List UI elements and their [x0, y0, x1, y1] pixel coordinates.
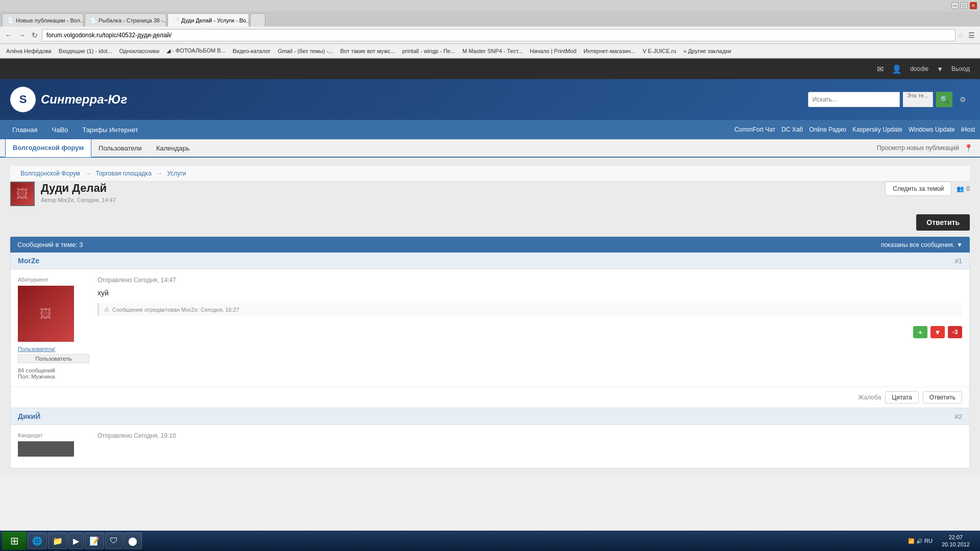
tray-language[interactable]: RU: [924, 538, 933, 544]
tray-date-value: 20.10.2012: [942, 541, 970, 548]
show-all-label: показаны все сообщения.: [881, 241, 954, 248]
breadcrumb-forum[interactable]: Волгодонской Форум: [20, 170, 80, 177]
bookmark-3[interactable]: ◢ - ФОТОАЛЬБОМ В...: [163, 46, 229, 55]
post-1-username[interactable]: MorZe: [18, 257, 39, 265]
vote-up-button[interactable]: +: [913, 326, 927, 338]
tab-favicon: 📄: [90, 17, 96, 23]
maximize-button[interactable]: □: [961, 2, 968, 9]
subnav-left: Волгодонской форум Пользователи Календар…: [5, 139, 197, 157]
view-new-posts-link[interactable]: Просмотр новых публикаций: [877, 144, 959, 152]
notification-icon[interactable]: ✉: [877, 64, 884, 74]
reply-main-button[interactable]: Ответить: [916, 214, 970, 231]
nav-commfort[interactable]: CommFort Чат: [734, 126, 775, 133]
taskbar-btn-explorer[interactable]: 📁: [48, 533, 67, 549]
tab-2[interactable]: 📄 Рыбалка - Страница 38 -... ✕: [85, 13, 166, 27]
minimize-button[interactable]: ─: [951, 2, 959, 9]
location-icon[interactable]: 📍: [964, 144, 973, 152]
search-area: Эта те... 🔍 ⚙: [808, 92, 970, 107]
tab-3[interactable]: 📄 Дуди Делай - Услуги - Во... ✕: [167, 13, 249, 27]
nav-item-tariffs[interactable]: Тарифы Интернет: [75, 120, 145, 139]
follow-count-value: 0: [966, 185, 970, 192]
post-2-user-role: Кандидат: [18, 432, 89, 438]
nav-item-faq[interactable]: ЧаВо: [44, 120, 75, 139]
post-1-user-link[interactable]: Пользователи': [18, 346, 89, 352]
vote-score: -3: [948, 326, 962, 338]
nav-windows-update[interactable]: Windows Update: [909, 126, 955, 133]
post-1-reply-button[interactable]: Ответить: [923, 391, 962, 404]
subnav-users[interactable]: Пользователи: [91, 139, 149, 157]
tab-2-label: Рыбалка - Страница 38 -...: [99, 17, 166, 23]
posts-count: Сообщений в теме: 3: [17, 241, 83, 248]
subnav-forum[interactable]: Волгодонской форум: [5, 139, 91, 157]
forward-button[interactable]: →: [16, 30, 28, 40]
bookmark-11[interactable]: V E-JUICE.ru: [640, 47, 679, 55]
vote-down-button[interactable]: ▼: [930, 326, 945, 338]
tab-4[interactable]: [250, 13, 265, 27]
logo-icon: S: [10, 87, 36, 112]
post-1-date: Отправлено Сегодня, 14:47: [97, 277, 962, 284]
nav-dchub[interactable]: DC Хаб: [781, 126, 803, 133]
bookmark-star-button[interactable]: ☆: [958, 31, 964, 39]
post-2-content: Отправлено Сегодня, 19:10: [97, 432, 962, 461]
bookmark-5[interactable]: Gmail - (без темы) -...: [275, 47, 336, 55]
address-input[interactable]: [42, 29, 955, 41]
close-button[interactable]: ✕: [970, 2, 977, 9]
show-all-posts[interactable]: показаны все сообщения. ▼: [881, 241, 963, 248]
post-1-text: хуй: [97, 289, 962, 297]
tray-network-icon: 📶: [908, 538, 914, 544]
search-button[interactable]: 🔍: [936, 92, 952, 107]
topic-meta: Автор MorZe, Сегодня, 14:47: [41, 197, 116, 203]
dropdown-icon: ▼: [937, 65, 943, 73]
taskbar-btn-chrome[interactable]: ⬤: [124, 533, 142, 549]
taskbar-btn-media[interactable]: ▶: [68, 533, 84, 549]
bookmark-0[interactable]: Алёна Нефёдова: [3, 47, 55, 55]
breadcrumb: Волгодонской Форум → Торговая площадка →…: [10, 166, 970, 182]
taskbar: ⊞ 🌐 📁 ▶ 📝 🛡 ⬤ 📶 🔊 RU 22:07 20.10.2012: [0, 531, 980, 551]
search-input[interactable]: [808, 92, 900, 107]
breadcrumb-marketplace[interactable]: Торговая площадка: [95, 170, 151, 177]
post-1-quote-button[interactable]: Цитата: [885, 391, 918, 404]
logout-button[interactable]: Выход: [951, 65, 970, 72]
site-logo[interactable]: S Синтерра-Юг: [10, 87, 127, 112]
bookmark-1[interactable]: Входящие (1) - idol...: [56, 47, 115, 55]
follow-count: 👥 0: [957, 185, 970, 192]
nav-ihost[interactable]: iHost: [961, 126, 975, 133]
bookmark-9[interactable]: Начало | PrintMod: [527, 47, 579, 55]
start-icon: ⊞: [10, 535, 19, 547]
bookmark-12[interactable]: » Другие закладки: [680, 47, 734, 55]
reload-button[interactable]: ↻: [30, 30, 40, 40]
bookmark-4[interactable]: Видео-каталог: [230, 47, 274, 55]
breadcrumb-services[interactable]: Услуги: [167, 170, 186, 177]
tab-1[interactable]: 📄 Новые публикации - Вол... ✕: [2, 13, 84, 27]
breadcrumb-sep-2: →: [156, 170, 162, 177]
post-2-username[interactable]: ДикиЙ: [18, 412, 40, 420]
start-button[interactable]: ⊞: [2, 532, 27, 550]
search-scope: Эта те...: [903, 92, 933, 107]
post-1-complaint[interactable]: Жалоба: [858, 394, 881, 401]
bookmark-10[interactable]: Интернет-магазин...: [580, 47, 639, 55]
taskbar-btn-word[interactable]: 📝: [85, 533, 104, 549]
bookmark-8[interactable]: M Master SNP4 - Тест...: [459, 47, 526, 55]
taskbar-btn-security[interactable]: 🛡: [105, 533, 122, 549]
nav-kaspersky[interactable]: Kaspersky Update: [852, 126, 902, 133]
user-icon[interactable]: 👤: [892, 64, 902, 74]
bookmark-7[interactable]: printall - wingp - Пе...: [399, 47, 458, 55]
nav-item-home[interactable]: Главная: [5, 120, 44, 139]
nav-radio[interactable]: Online Радио: [809, 126, 846, 133]
search-settings-button[interactable]: ⚙: [955, 92, 970, 107]
follow-topic-button[interactable]: Следить за темой: [885, 182, 951, 196]
post-1-edit-notice: ⚠ Сообщение отредактован MorZe: Сегодня,…: [97, 303, 962, 316]
warning-icon: ⚠: [104, 306, 109, 313]
bookmark-6[interactable]: Вот такие вот мужс...: [337, 47, 399, 55]
page-content: Волгодонской Форум → Торговая площадка →…: [0, 158, 980, 477]
menu-button[interactable]: ☰: [966, 30, 977, 40]
subnav-calendar[interactable]: Календарь: [149, 139, 197, 157]
current-user-label[interactable]: doodie: [910, 65, 928, 72]
bookmark-2[interactable]: Одноклассники: [116, 47, 162, 55]
dropdown-arrow: ▼: [957, 241, 963, 248]
taskbar-btn-ie[interactable]: 🌐: [28, 533, 47, 549]
chrome-icon: ⬤: [128, 536, 137, 546]
post-1-header: MorZe #1: [11, 253, 969, 269]
back-button[interactable]: ←: [3, 30, 14, 40]
topic-avatar: 🖼: [10, 182, 35, 206]
